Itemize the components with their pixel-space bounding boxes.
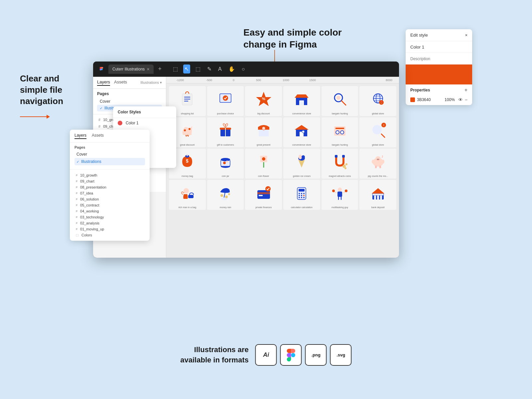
illus-label-coin-flower: coin flower [245,175,282,177]
properties-add-button[interactable]: + [465,87,467,93]
illustrations-dropdown[interactable]: Illustrations ▾ [140,80,162,85]
color-dot [410,97,415,102]
lp-layer-05-contract[interactable]: # 05_contract [74,202,145,208]
illus-private-finances: private finances [245,180,282,210]
illus-great-present: great present [245,117,282,147]
illus-row-1: shopping list purchase choice % big [169,86,396,116]
ruler-mark-4: 500 [256,78,261,82]
canvas-ruler: -1200 -500 0 500 1000 1500 8000 [166,77,399,83]
color-name-input[interactable] [410,45,467,50]
lp-layer-02-analysis[interactable]: # 02_analysis [74,220,145,226]
lp-layer-10-growth[interactable]: # 10_growth [74,172,145,178]
properties-label: Properties [410,88,430,92]
illus-label-pig: pig counts the mo... [359,175,396,177]
svg-point-69 [378,159,379,160]
text-tool[interactable]: A [217,65,223,73]
lp-assets-tab[interactable]: Assets [92,133,104,139]
svg-point-70 [372,160,374,164]
pen-tool[interactable]: ✎ [206,65,213,73]
svg-rect-73 [379,166,381,168]
svg-rect-75 [188,195,194,198]
lp-layer-01-moving-up[interactable]: # 01_moving_up [74,226,145,232]
svg-point-36 [340,131,344,134]
lp-page-items: Cover ✓ Illustrations [70,151,150,168]
lp-layers-tab[interactable]: Layers [74,133,86,139]
illus-label-calculator: calculator calculation [283,206,320,208]
arrow-line [20,116,47,117]
select-tool[interactable]: ↖ [183,65,190,73]
svg-point-0 [101,68,103,70]
illus-label-gift: gift to customers [207,144,244,146]
illus-calculator: calculator calculation [283,180,320,210]
cover-label: Cover [100,99,110,104]
lp-layer-03-technology[interactable]: # 03_technology [74,214,145,220]
svg-point-84 [265,186,271,192]
ruler-mark-1: -1200 [176,78,184,82]
illus-global-store2: ! global store [359,117,396,147]
svg-point-100 [332,190,335,192]
illus-multitasking: multitasking guy [322,180,358,210]
svg-point-35 [336,131,339,134]
illus-label-private-finances: private finances [245,206,282,208]
illus-golden-ice-cream: golden ice cream [283,149,320,179]
illus-purchase-choice: purchase choice [207,86,244,116]
figma-tab[interactable]: Cuterr Illustrations × [108,65,154,74]
illus-bargain-hunting2: bargain hunting [322,117,358,147]
ruler-mark-5: 1000 [283,78,289,82]
illus-label-global2: global store [359,144,396,146]
svg-rect-72 [375,166,377,168]
format-svg: .svg [330,344,352,366]
illus-row-4: rich man in a bag money rain [169,180,396,210]
description-input[interactable] [410,57,467,61]
lp-illustrations[interactable]: ✓ Illustrations [74,158,145,165]
format-ai: Ai [255,344,277,366]
ruler-mark-7: 8000 [386,78,392,82]
eye-icon[interactable]: 👁 [458,97,463,102]
lp-layer-items: # 10_growth # 09_chart # 08_presentation… [70,171,150,241]
description-input-row [406,53,472,65]
svg-text:📍: 📍 [379,100,383,104]
close-button[interactable]: × [465,33,467,38]
page-cover[interactable]: Cover [97,98,162,105]
illus-label-ice-cream: golden ice cream [283,175,320,177]
layers-panel-float: Layers Assets Pages Cover ✓ Illustration… [70,130,150,241]
illus-label-bank-deposit: bank deposit [359,206,396,208]
svg-marker-10 [295,94,309,98]
svg-point-6 [223,95,228,101]
comment-tool[interactable]: ○ [240,65,246,73]
svg-point-24 [189,128,191,130]
left-heading: Clear and simple file navigation [20,73,80,107]
layers-tab[interactable]: Layers [97,79,110,86]
svg-point-37 [372,125,382,134]
svg-marker-55 [298,160,305,168]
illus-label-magnet: magnet attracts coins [322,175,358,177]
svg-point-51 [260,156,263,158]
svg-point-63 [345,163,347,165]
lp-layer-06-solution[interactable]: # 06_solution [74,196,145,202]
svg-point-41 [187,155,188,156]
lp-layer-08-presentation[interactable]: # 08_presentation [74,184,145,190]
svg-point-52 [265,156,267,158]
assets-tab[interactable]: Assets [114,79,127,86]
move-tool[interactable]: ⬚ [172,65,179,73]
illus-coin-jar: coin jar [207,149,244,179]
cs-color1[interactable]: Color 1 [113,118,176,128]
lp-layer-colors[interactable]: ⬚ Colors [74,232,145,238]
svg-line-14 [341,101,346,105]
cs-color1-dot [118,121,122,125]
frame-tool[interactable]: ⬚ [194,65,202,73]
hand-tool[interactable]: ✋ [227,65,236,73]
svg-point-101 [345,190,347,192]
tab-close-button[interactable]: × [147,66,149,72]
lp-pages-label: Pages [70,143,150,151]
svg-rect-109 [380,196,382,200]
svg-point-58 [299,155,302,159]
lp-layer-09-chart[interactable]: # 09_chart [74,178,145,184]
lp-layer-04-working[interactable]: # 04_working [74,208,145,214]
lp-cover[interactable]: Cover [74,151,145,158]
lp-layer-07-idea[interactable]: # 07_idea [74,190,145,196]
minus-icon[interactable]: − [465,97,467,102]
new-tab-button[interactable]: + [158,66,162,72]
ruler-mark-3: 0 [233,78,234,82]
illus-label-global: global store [359,112,396,115]
